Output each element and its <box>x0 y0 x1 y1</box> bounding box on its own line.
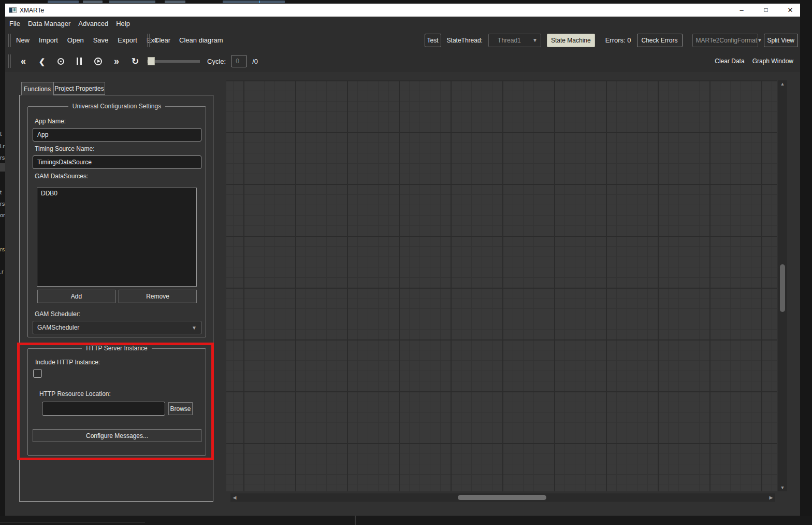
app-name-input[interactable] <box>33 128 201 141</box>
background-window-fragment <box>109 1 155 3</box>
state-thread-select[interactable]: Thread1 ▼ <box>488 34 541 47</box>
record-button[interactable] <box>54 54 67 68</box>
split-view-button[interactable]: Split View <box>764 34 798 47</box>
check-errors-button[interactable]: Check Errors <box>637 34 683 47</box>
vertical-scrollbar[interactable]: ▲ ▼ <box>778 80 787 491</box>
menu-help[interactable]: Help <box>116 20 130 27</box>
background-window-fragment <box>0 163 5 172</box>
background-text-fragment: t <box>0 189 5 195</box>
menubar: File Data Manager Advanced Help <box>5 17 800 30</box>
config-format-select[interactable]: MARTe2ConfigFormat ▼ <box>692 34 758 47</box>
test-button[interactable]: Test <box>425 34 441 47</box>
step-back-button[interactable]: ❮ <box>35 54 49 68</box>
chevron-down-icon: ▼ <box>192 325 197 331</box>
tab-project-properties[interactable]: Project Properties <box>53 82 105 95</box>
maximize-icon[interactable]: □ <box>758 4 774 17</box>
clear-button[interactable]: Clear <box>154 36 170 44</box>
vertical-scrollbar-thumb[interactable] <box>780 264 785 312</box>
universal-configuration-group: Universal Configuration Settings App Nam… <box>27 106 206 337</box>
chevron-down-icon: ▼ <box>757 37 762 43</box>
background-text-fragment: l.r <box>0 143 5 149</box>
new-button[interactable]: New <box>16 36 30 44</box>
background-window-fragment <box>83 1 103 3</box>
close-icon[interactable]: ✕ <box>782 4 798 17</box>
pause-button[interactable] <box>72 54 86 68</box>
add-button[interactable]: Add <box>37 290 115 303</box>
background-text-fragment: rst <box>0 201 5 207</box>
horizontal-scrollbar-thumb[interactable] <box>458 495 546 500</box>
minimize-icon[interactable]: – <box>734 4 749 17</box>
background-text-fragment: rs <box>0 246 5 252</box>
play-button[interactable] <box>91 54 105 68</box>
scroll-down-icon[interactable]: ▼ <box>778 484 787 491</box>
menu-file[interactable]: File <box>9 20 20 27</box>
remove-button[interactable]: Remove <box>119 290 197 303</box>
main-toolbar: New Import Open Save Export Exit Clear C… <box>5 30 800 50</box>
toolbar-grip[interactable] <box>147 34 150 47</box>
skip-back-icon: « <box>21 56 26 66</box>
background-text-fragment: .r <box>0 268 5 275</box>
annotation-highlight-rectangle <box>17 343 214 460</box>
titlebar[interactable]: XMARTe – □ ✕ <box>5 4 800 17</box>
desktop-bottom-strip <box>0 516 812 525</box>
skip-forward-button[interactable]: » <box>110 54 123 68</box>
state-machine-button[interactable]: State Machine <box>547 34 595 47</box>
scroll-left-icon[interactable]: ◀ <box>231 493 238 502</box>
step-back-icon: ❮ <box>39 58 46 65</box>
background-text-fragment: t <box>0 131 5 137</box>
skip-forward-icon: » <box>114 56 119 66</box>
timing-source-input[interactable] <box>33 155 201 169</box>
import-button[interactable]: Import <box>39 36 58 44</box>
menu-advanced[interactable]: Advanced <box>78 20 108 27</box>
gam-scheduler-label: GAM Scheduler: <box>35 310 80 318</box>
timing-source-label: Timing Source Name: <box>35 145 95 152</box>
repeat-button[interactable]: ↻ <box>128 54 142 68</box>
background-window-fragment <box>223 1 285 3</box>
scroll-up-icon[interactable]: ▲ <box>778 80 787 88</box>
background-text-fragment: rs <box>0 154 5 161</box>
cycle-label: Cycle: <box>207 58 226 65</box>
pause-icon <box>77 58 82 65</box>
export-button[interactable]: Export <box>118 36 137 44</box>
background-window-fragment <box>259 1 260 3</box>
background-text-fragment: on <box>0 212 5 218</box>
toolbar-grip[interactable] <box>8 54 11 68</box>
tab-functions[interactable]: Functions <box>21 82 53 95</box>
desktop-background: t l.r rs t rst on rs .r XMARTe – □ ✕ Fil… <box>0 0 812 525</box>
clear-data-button[interactable]: Clear Data <box>715 58 744 65</box>
gam-datasources-list[interactable]: DDB0 <box>37 188 197 287</box>
repeat-icon: ↻ <box>132 57 139 66</box>
open-button[interactable]: Open <box>67 36 84 44</box>
transport-toolbar: « ❮ » ↻ Cycle: /0 Clear Data Graph Windo… <box>5 50 800 72</box>
cycle-slider[interactable] <box>147 57 200 65</box>
background-window-fragment <box>355 516 356 525</box>
save-button[interactable]: Save <box>93 36 109 44</box>
chevron-down-icon: ▼ <box>532 37 538 43</box>
cycle-input[interactable] <box>231 55 247 67</box>
toolbar-grip[interactable] <box>8 34 11 47</box>
record-icon <box>57 58 64 65</box>
slider-track[interactable] <box>147 60 200 63</box>
graph-window-button[interactable]: Graph Window <box>752 58 793 65</box>
horizontal-scrollbar[interactable]: ◀ ▶ <box>230 493 775 502</box>
clean-diagram-button[interactable]: Clean diagram <box>179 36 223 44</box>
menu-data-manager[interactable]: Data Manager <box>28 20 70 27</box>
errors-count-label: Errors: 0 <box>605 36 631 44</box>
slider-handle[interactable] <box>148 57 155 65</box>
scroll-right-icon[interactable]: ▶ <box>768 493 774 502</box>
background-window-fragment <box>48 1 79 3</box>
list-item[interactable]: DDB0 <box>37 188 196 198</box>
play-icon <box>94 58 102 65</box>
background-window-fragment <box>0 522 145 523</box>
background-window-fragment <box>165 1 185 3</box>
gam-datasources-label: GAM DataSources: <box>35 173 88 180</box>
cycle-total-label: /0 <box>252 58 258 65</box>
state-thread-label: StateThread: <box>447 37 483 44</box>
gam-scheduler-select[interactable]: GAMScheduler ▼ <box>33 321 201 334</box>
window-title: XMARTe <box>20 7 44 14</box>
xmarte-window: XMARTe – □ ✕ File Data Manager Advanced … <box>5 4 800 516</box>
app-name-label: App Name: <box>35 118 66 125</box>
skip-back-button[interactable]: « <box>17 54 30 68</box>
app-icon <box>9 7 17 13</box>
diagram-canvas[interactable] <box>226 80 777 491</box>
